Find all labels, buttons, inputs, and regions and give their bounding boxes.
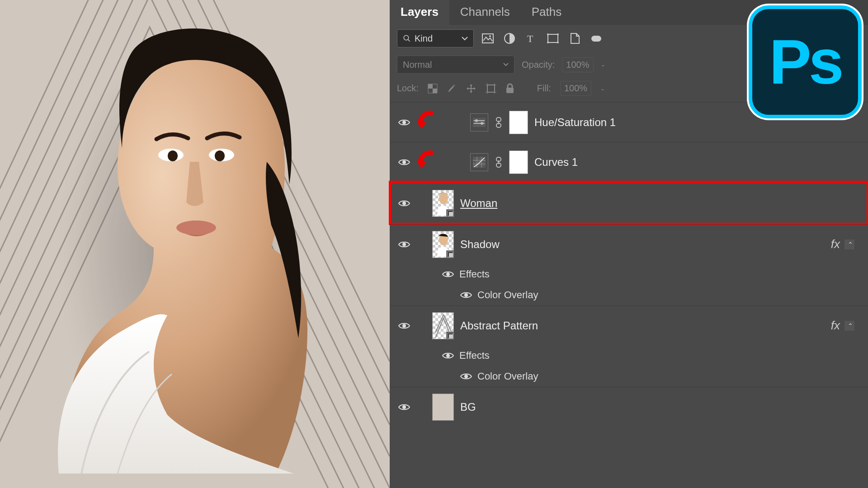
filter-type-icon[interactable]: T: [524, 31, 539, 46]
layer-effects-indicator[interactable]: fx⌃: [831, 237, 863, 251]
effect-coloroverlay[interactable]: Color Overlay: [390, 285, 868, 305]
visibility-eye-icon[interactable]: [398, 240, 410, 249]
link-icon[interactable]: [495, 117, 503, 128]
layer-thumb-bg[interactable]: [432, 394, 454, 421]
visibility-eye-icon[interactable]: [398, 158, 410, 166]
visibility-eye-icon[interactable]: [442, 352, 454, 360]
svg-point-25: [402, 121, 406, 124]
opacity-label: Opacity:: [522, 60, 555, 70]
adjustment-thumb-curves[interactable]: [470, 153, 488, 171]
chevron-down-icon: [503, 63, 509, 66]
lock-artboard-icon[interactable]: [486, 83, 496, 94]
svg-point-57: [464, 375, 468, 378]
layer-effects-indicator[interactable]: fx⌃: [831, 319, 863, 333]
layer-mask-thumb[interactable]: [509, 150, 528, 174]
svg-rect-26: [473, 118, 486, 127]
filter-smartobject-icon[interactable]: [567, 31, 582, 46]
svg-point-34: [402, 160, 406, 164]
svg-point-13: [557, 33, 559, 35]
svg-point-4: [176, 221, 216, 235]
svg-rect-11: [548, 34, 558, 42]
svg-point-51: [446, 272, 450, 276]
svg-point-2: [168, 150, 178, 161]
opacity-value[interactable]: 100%: [562, 57, 593, 72]
filter-adjustment-icon[interactable]: [502, 31, 517, 46]
smart-object-badge-icon: [446, 332, 454, 339]
svg-rect-17: [428, 84, 433, 89]
chevron-down-icon: [462, 36, 468, 41]
app-root: Layers Channels Paths Kind T Normal: [0, 0, 868, 488]
visibility-eye-icon[interactable]: [398, 118, 410, 127]
svg-point-30: [481, 122, 483, 125]
svg-point-15: [557, 42, 559, 43]
svg-point-29: [475, 119, 478, 122]
lock-move-icon[interactable]: [466, 83, 476, 94]
link-icon[interactable]: [495, 157, 503, 168]
effects-label: Effects: [459, 350, 490, 361]
layer-name: Curves 1: [534, 156, 578, 169]
svg-line-6: [408, 39, 410, 42]
lock-all-icon[interactable]: [505, 83, 514, 94]
effects-row[interactable]: Effects: [390, 345, 868, 366]
svg-point-56: [446, 354, 450, 357]
visibility-eye-icon[interactable]: [398, 322, 410, 330]
tab-layers[interactable]: Layers: [390, 0, 449, 25]
collapse-effects-icon[interactable]: ⌃: [844, 239, 854, 249]
svg-point-5: [404, 35, 409, 40]
search-icon: [403, 34, 411, 42]
svg-point-47: [402, 243, 406, 246]
smart-object-badge-icon: [446, 209, 454, 217]
svg-point-8: [489, 35, 491, 37]
svg-rect-55: [449, 334, 453, 338]
portrait-woman: [41, 22, 330, 474]
svg-point-44: [439, 192, 448, 204]
svg-point-14: [547, 42, 549, 43]
chevron-down-icon[interactable]: ⌄: [600, 85, 605, 92]
layer-curves[interactable]: Curves 1: [390, 142, 868, 182]
visibility-eye-icon[interactable]: [442, 270, 454, 278]
tab-channels[interactable]: Channels: [449, 0, 521, 25]
effects-label: Effects: [459, 268, 490, 280]
filter-toggle[interactable]: [589, 31, 604, 46]
visibility-eye-icon[interactable]: [460, 372, 472, 380]
svg-point-43: [402, 202, 406, 205]
layer-abstract-pattern[interactable]: Abstract Pattern fx⌃: [390, 305, 868, 345]
clip-arrow-icon: [415, 150, 438, 173]
fill-value[interactable]: 100%: [560, 81, 591, 96]
svg-point-53: [402, 324, 406, 328]
effect-coloroverlay[interactable]: Color Overlay: [390, 366, 868, 387]
layer-woman[interactable]: Woman: [390, 182, 868, 224]
layer-mask-thumb[interactable]: [509, 111, 528, 134]
adjustment-thumb-huesat[interactable]: [470, 113, 488, 131]
filter-label: Kind: [415, 33, 433, 44]
layer-thumb-shadow[interactable]: [432, 231, 454, 258]
layer-list: Hue/Saturation 1 Curves 1: [390, 102, 868, 488]
effect-name: Color Overlay: [477, 371, 538, 382]
visibility-eye-icon[interactable]: [398, 403, 410, 411]
filter-shape-icon[interactable]: [545, 31, 561, 46]
svg-point-58: [402, 405, 406, 409]
layer-name: Woman: [460, 197, 497, 210]
fill-label: Fill:: [537, 83, 551, 94]
tab-paths[interactable]: Paths: [521, 0, 573, 25]
chevron-down-icon[interactable]: ⌄: [601, 61, 605, 68]
layers-panel: Layers Channels Paths Kind T Normal: [390, 0, 868, 488]
document-canvas[interactable]: [0, 0, 390, 488]
svg-rect-18: [433, 89, 437, 93]
blend-mode-select[interactable]: Normal: [397, 56, 514, 74]
visibility-eye-icon[interactable]: [398, 199, 410, 207]
layer-shadow[interactable]: Shadow fx⌃: [390, 224, 868, 264]
blend-mode-value: Normal: [403, 60, 432, 70]
filter-pixel-icon[interactable]: [480, 31, 495, 46]
lock-transparent-icon[interactable]: [428, 84, 438, 94]
collapse-effects-icon[interactable]: ⌃: [844, 321, 854, 331]
layer-thumb-woman[interactable]: [432, 190, 454, 217]
layer-name: Shadow: [460, 238, 500, 251]
visibility-eye-icon[interactable]: [460, 291, 472, 299]
svg-rect-24: [506, 88, 514, 93]
layer-filter-kind[interactable]: Kind: [397, 29, 474, 47]
layer-thumb-abstract[interactable]: [432, 312, 454, 339]
effects-row[interactable]: Effects: [390, 264, 868, 285]
layer-bg[interactable]: BG: [390, 387, 868, 427]
lock-brush-icon[interactable]: [447, 84, 457, 94]
